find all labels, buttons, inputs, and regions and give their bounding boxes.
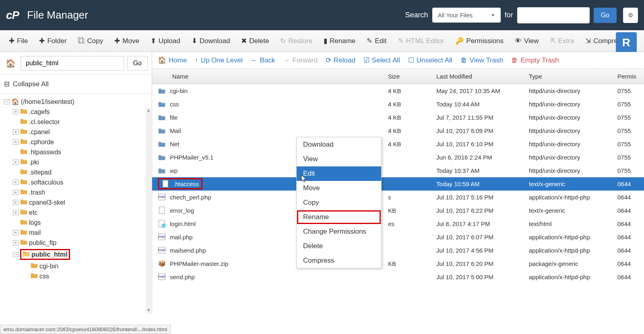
delete-button[interactable]: ✖Delete [236,33,274,48]
upload-button[interactable]: ⬆Upload [146,33,185,48]
context-menu-item[interactable]: Download [297,137,381,152]
tree-node[interactable]: +.trash [2,187,150,197]
tree-node[interactable]: css [2,271,150,281]
home-icon-button[interactable]: 🏠 [4,57,17,70]
context-menu-item[interactable]: Copy [297,195,381,210]
file-row[interactable]: cgi-bin 4 KB May 24, 2017 10:35 AM httpd… [152,84,644,98]
tree-node[interactable]: cgi-bin [2,261,150,271]
file-row[interactable]: file 4 KB Jul 7, 2017 11:55 PM httpd/uni… [152,111,644,124]
col-modified[interactable]: Last Modified [431,69,523,84]
context-menu-item[interactable]: Move [297,181,381,195]
search-go-button[interactable]: Go [594,8,617,23]
file-modified: Jul 10, 2017 4:56 PM [431,245,523,256]
folder-button[interactable]: ✚Folder [34,33,71,48]
file-type: text/x-generic [523,178,612,190]
expander-icon[interactable]: + [13,160,19,165]
select-all-button[interactable]: ☑Select All [363,56,400,64]
tree-node[interactable]: +public_ftp [2,238,150,248]
search-input[interactable] [517,7,590,23]
trash-icon: 🗑 [511,56,518,64]
file-name: mail.php [170,234,193,241]
tree-node[interactable]: +.pki [2,157,150,167]
expander-icon[interactable]: + [13,180,19,185]
file-row[interactable]: Net 4 KB Jul 10, 2017 6:10 PM httpd/unix… [152,137,644,151]
file-row[interactable]: error_log KB Jul 10, 2017 6:22 PM text/x… [152,204,644,217]
file-row[interactable]: 📦PHPMailer-master.zip KB Jul 10, 2017 6:… [152,257,644,270]
context-menu-item[interactable]: View [297,152,381,166]
tree-node[interactable]: +mail [2,228,150,238]
file-row[interactable]: PHPMailer_v5.1 Jun 6, 2016 2:24 PM httpd… [152,151,644,164]
up-button[interactable]: ↑Up One Level [195,56,242,64]
view-trash-button[interactable]: 🗑View Trash [460,56,504,64]
file-row[interactable]: PHPmailsend.php Jul 10, 2017 4:56 PM app… [152,244,644,257]
unselect-all-button[interactable]: ☐Unselect All [408,56,452,64]
back-button[interactable]: ←Back [251,56,275,64]
col-size[interactable]: Size [382,69,431,84]
expander-icon[interactable]: + [13,240,19,245]
expander-icon[interactable]: + [13,190,19,195]
context-menu-item[interactable]: Rename [297,210,381,224]
tree-root[interactable]: − 🏠 (/home1/iseentest) [2,97,150,107]
expander-icon[interactable]: − [13,252,19,257]
file-row[interactable]: PHPmail.php Jul 10, 2017 6:07 PM applica… [152,230,644,244]
file-permissions: 0755 [612,165,644,176]
tree-node[interactable]: +.cpanel [2,127,150,137]
expander-icon[interactable]: − [4,99,10,104]
tree-node[interactable]: .sitepad [2,167,150,177]
permissions-button[interactable]: 🔑Permissions [450,33,508,48]
home-button[interactable]: 🏠Home [158,56,187,64]
restore-button[interactable]: ↻Restore [275,33,317,48]
col-permissions[interactable]: Permis [612,69,644,84]
expander-icon[interactable]: + [13,129,19,135]
reload-icon: ⟳ [326,56,331,64]
expander-icon[interactable]: + [13,139,19,145]
view-button[interactable]: 👁View [510,33,544,48]
rename-button[interactable]: ▮Rename [319,33,360,48]
forward-button[interactable]: →Forward [283,56,318,64]
tree-scrollbar[interactable]: ▲ ▼ [146,108,151,313]
tree-node[interactable]: +.cagefs [2,107,150,117]
reload-button[interactable]: ⟳Reload [326,56,355,64]
tree-node[interactable]: +.softaculous [2,177,150,187]
tree-node[interactable]: +etc [2,207,150,218]
folder-icon [20,148,27,156]
path-input[interactable] [21,56,124,71]
file-type: httpd/unix-directory [523,112,612,123]
expander-icon[interactable]: + [13,230,19,235]
tree-node[interactable]: .cl.selector [2,117,150,127]
context-menu-item[interactable]: Delete [297,239,381,253]
file-button[interactable]: ✚File [4,33,33,48]
collapse-all-button[interactable]: ⊟ Collapse All [0,75,152,93]
expander-icon[interactable]: + [13,109,19,114]
html-editor-button[interactable]: ✎HTML Editor [393,33,449,48]
tree-node[interactable]: logs [2,218,150,228]
file-row[interactable]: css 4 KB Today 10:44 AM httpd/unix-direc… [152,98,644,111]
file-row[interactable]: PHPchech_perl.php s Jul 10, 2017 5:16 PM… [152,191,644,204]
col-type[interactable]: Type [523,69,612,84]
tree-node[interactable]: +cpanel3-skel [2,197,150,207]
move-button[interactable]: ✚Move [109,33,144,48]
expander-icon[interactable]: + [13,200,19,205]
tree-node[interactable]: −public_html [2,248,150,261]
file-size [382,168,431,173]
file-row[interactable]: Mail 4 KB Jul 10, 2017 6:09 PM httpd/uni… [152,124,644,137]
context-menu-item[interactable]: Change Permissions [297,224,381,239]
empty-trash-button[interactable]: 🗑Empty Trash [511,56,559,64]
download-button[interactable]: ⬇Download [187,33,235,48]
tree-node[interactable]: .htpasswds [2,147,150,157]
col-name[interactable]: Name [152,69,382,84]
path-go-button[interactable]: Go [127,56,148,71]
file-row[interactable]: login.html es Jul 8, 2017 4:17 PM text/h… [152,217,644,230]
context-menu-item[interactable]: Compress [297,253,381,268]
extract-button[interactable]: ⇱Extra [545,33,579,48]
context-menu-item[interactable]: Edit [297,166,381,181]
tree-node[interactable]: +.cphorde [2,137,150,147]
settings-button[interactable]: ⚙ [623,8,638,23]
copy-button[interactable]: ⿻Copy [73,33,108,48]
file-row[interactable]: PHPsend.php Jul 10, 2017 5:00 PM applica… [152,270,644,284]
expander-icon[interactable]: + [13,210,19,215]
edit-button[interactable]: ✎Edit [362,33,391,48]
folder-icon [20,219,27,226]
search-scope-select[interactable]: All Your Files ▼ [432,8,501,23]
file-row[interactable]: .htaccess Today 10:59 AM text/x-generic … [152,177,644,191]
